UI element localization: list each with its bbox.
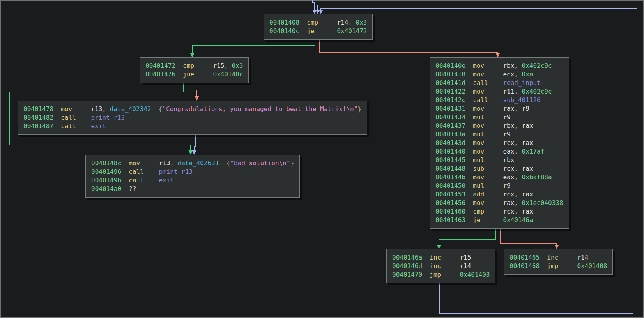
instruction-row[interactable]: 00401456 mov rax, 0x1ec040338 [435,199,563,207]
arrowhead-icon [192,150,196,155]
operand-punct: , [514,191,522,198]
basic-block-b_401478[interactable]: 00401478 mov r13, data_402342 {"Congradu… [18,101,367,135]
operand-reg: rcx [503,165,514,172]
instruction-row[interactable]: 0040148c mov r13, data_402631 {"Bad solu… [91,159,294,168]
column-gap [465,62,473,69]
column-gap [465,131,473,138]
operand-reg: ecx [503,71,514,78]
operand-imm: 0x1ec040338 [522,199,563,207]
instruction-row[interactable]: 00401448 sub rcx, rax [435,164,563,173]
instruction-address: 004014a0 [91,185,121,193]
operand-reg: r14 [460,262,471,270]
basic-block-b_401408[interactable]: 00401408 cmp r14, 0x30040140c je 0x40147… [264,14,373,40]
instruction-row[interactable]: 00401453 add rcx, rax [435,190,563,199]
operand-punct: { [219,159,230,167]
operand-code: 0x40146a [503,216,533,224]
instruction-row[interactable]: 00401463 je 0x40146a [435,216,563,224]
instruction-address: 00401476 [145,71,175,78]
instruction-address: 00401440 [435,148,465,155]
instruction-row[interactable]: 00401487 call exit [23,122,361,131]
instruction-row[interactable]: 0040140c je 0x401472 [269,27,367,35]
instruction-mnemonic: mov [473,71,503,78]
instruction-row[interactable]: 00401431 mov rax, r9 [435,104,563,113]
instruction-row[interactable]: 00401437 mov rbx, rax [435,122,563,130]
basic-block-b_40140e[interactable]: 0040140e mov rbx, 0x402c9c00401418 mov e… [430,57,569,229]
operand-sym: sub_401126 [503,96,540,104]
instruction-row[interactable]: 0040142c call sub_401126 [435,96,563,104]
column-gap [465,208,473,215]
operand-sym: read_input [503,79,540,87]
instruction-row[interactable]: 00401470 jmp 0x401408 [392,270,490,279]
operand-reg: rax [522,122,533,129]
instruction-row[interactable]: 00401418 mov ecx, 0xa [435,70,563,79]
operand-punct: , [514,165,522,172]
operand-reg: r15 [460,254,471,261]
instruction-row[interactable]: 00401460 cmp rcx, rax [435,207,563,216]
column-gap [465,165,473,172]
instruction-mnemonic: cmp [307,19,337,26]
instruction-row[interactable]: 0040140e mov rbx, 0x402c9c [435,62,563,70]
instruction-mnemonic: mov [473,148,503,155]
operand-imm: 0x3 [232,62,243,69]
operand-reg: r14 [577,254,588,261]
operand-punct: , [514,62,522,69]
instruction-address: 0040149b [91,177,121,184]
instruction-address: 00401453 [435,191,465,198]
basic-block-b_401465[interactable]: 00401465 inc r1400401468 jmp 0x401408 [504,249,613,275]
instruction-address: 0040144b [435,173,465,181]
operand-imm: 0x402c9c [522,62,552,69]
column-gap [175,71,183,78]
instruction-mnemonic: mov [61,105,91,113]
operand-data: data_402342 [110,105,151,113]
instruction-row[interactable]: 0040141d call read_input [435,79,563,87]
instruction-mnemonic: inc [430,254,460,261]
instruction-address: 0040143d [435,139,465,147]
instruction-mnemonic: mov [473,105,503,112]
basic-block-b_40146a[interactable]: 0040146a inc r150040146d inc r1400401470… [386,249,495,283]
instruction-row[interactable]: 0040146d inc r14 [392,262,490,270]
instruction-row[interactable]: 00401476 jne 0x40148c [145,70,243,79]
instruction-row[interactable]: 00401422 mov r11, 0x402c9c [435,87,563,96]
column-gap [465,173,473,181]
operand-reg: r9 [522,105,529,112]
instruction-row[interactable]: 00401472 cmp r15, 0x3 [145,62,243,70]
instruction-row[interactable]: 004014a0 ?? [91,185,294,193]
instruction-row[interactable]: 00401450 mul r9 [435,182,563,190]
operand-reg: rcx [503,191,514,198]
instruction-row[interactable]: 00401482 call print_r13 [23,113,361,122]
instruction-row[interactable]: 00401434 mul r9 [435,113,563,122]
basic-block-b_40148c[interactable]: 0040148c mov r13, data_402631 {"Bad solu… [85,155,300,198]
operand-punct: , [514,148,522,155]
instruction-address: 00401470 [392,271,422,278]
graph-canvas[interactable]: 00401408 cmp r14, 0x30040140c je 0x40147… [0,0,644,318]
basic-block-b_401472[interactable]: 00401472 cmp r15, 0x300401476 jne 0x4014… [140,57,249,83]
instruction-row[interactable]: 00401445 mul rbx [435,156,563,164]
instruction-address: 0040141d [435,79,465,87]
operand-imm: 0xa [522,71,533,78]
column-gap [465,122,473,129]
operand-sym: exit [159,177,174,184]
instruction-row[interactable]: 00401468 jmp 0x401408 [510,262,607,270]
instruction-row[interactable]: 0040146a inc r15 [392,253,490,262]
operand-punct: , [102,105,110,113]
instruction-row[interactable]: 0040149b call exit [91,176,294,185]
instruction-mnemonic: mul [473,113,503,121]
instruction-mnemonic: cmp [183,62,213,69]
instruction-row[interactable]: 00401408 cmp r14, 0x3 [269,18,367,27]
instruction-address: 00401445 [435,156,465,164]
operand-reg: r15 [213,62,224,69]
instruction-address: 0040146a [392,254,422,261]
instruction-address: 00401472 [145,62,175,69]
instruction-row[interactable]: 00401465 inc r14 [510,253,607,262]
operand-code: 0x401408 [577,262,607,270]
operand-reg: rax [503,199,514,207]
instruction-row[interactable]: 00401478 mov r13, data_402342 {"Congradu… [23,105,361,113]
instruction-row[interactable]: 00401440 mov eax, 0x17af [435,147,563,156]
instruction-address: 00401468 [510,262,540,270]
column-gap [465,199,473,207]
instruction-row[interactable]: 0040143a mul r9 [435,130,563,139]
instruction-row[interactable]: 00401496 call print_r13 [91,168,294,176]
instruction-row[interactable]: 0040143d mov rcx, rax [435,139,563,147]
operand-sym: print_r13 [91,114,125,121]
instruction-row[interactable]: 0040144b mov eax, 0xbaf88a [435,173,563,182]
